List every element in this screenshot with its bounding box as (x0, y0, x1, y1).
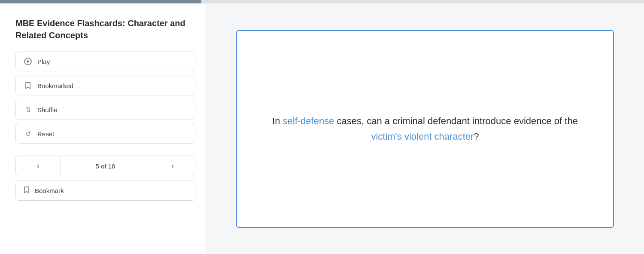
bookmarked-label: Bookmarked (37, 82, 73, 89)
next-button[interactable]: › (150, 156, 195, 176)
question-text-part2: cases, can a criminal defendant introduc… (334, 116, 577, 126)
progress-bar-container (0, 0, 644, 3)
menu-buttons: Play Bookmarked ⇅ Shuffle ↺ Reset (15, 52, 195, 144)
highlight-self-defense: self-defense (283, 116, 334, 126)
prev-icon: ‹ (37, 162, 39, 170)
bookmark-label: Bookmark (35, 187, 64, 194)
card-counter: 5 of 16 (61, 156, 151, 176)
shuffle-button[interactable]: ⇅ Shuffle (15, 100, 195, 119)
bookmarked-button[interactable]: Bookmarked (15, 76, 195, 95)
flashcard[interactable]: In self-defense cases, can a criminal de… (236, 30, 614, 228)
deck-title: MBE Evidence Flashcards: Character and R… (15, 17, 195, 41)
prev-button[interactable]: ‹ (16, 156, 61, 176)
play-button[interactable]: Play (15, 52, 195, 71)
reset-button[interactable]: ↺ Reset (15, 124, 195, 144)
shuffle-icon: ⇅ (24, 105, 32, 114)
next-icon: › (171, 162, 173, 170)
play-label: Play (37, 58, 50, 65)
bookmark-button[interactable]: Bookmark (15, 181, 195, 201)
bookmark-fill-icon (24, 81, 32, 90)
progress-bar-fill (0, 0, 201, 3)
main-content: MBE Evidence Flashcards: Character and R… (0, 3, 644, 254)
reset-label: Reset (37, 130, 54, 138)
left-panel: MBE Evidence Flashcards: Character and R… (0, 3, 206, 254)
question-text-part3: ? (474, 131, 479, 142)
play-icon (24, 57, 32, 66)
question-text-part1: In (272, 116, 283, 126)
bookmark-icon (24, 186, 30, 195)
shuffle-label: Shuffle (37, 106, 57, 113)
right-panel: In self-defense cases, can a criminal de… (206, 3, 644, 254)
navigation-row: ‹ 5 of 16 › (15, 156, 195, 176)
reset-icon: ↺ (24, 129, 32, 138)
highlight-violent-character: victim's violent character (371, 131, 474, 142)
flashcard-question: In self-defense cases, can a criminal de… (263, 113, 587, 144)
